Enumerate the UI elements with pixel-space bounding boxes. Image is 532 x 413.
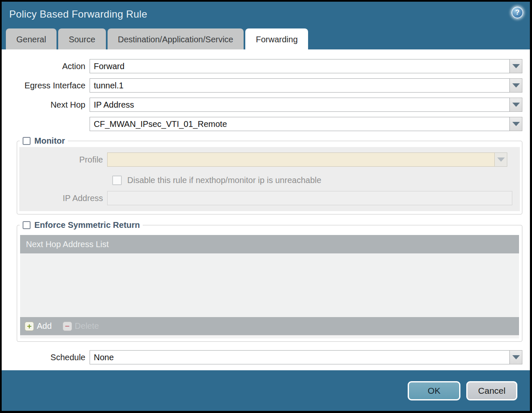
plus-icon: + [25, 322, 34, 331]
egress-interface-label: Egress Interface [2, 81, 90, 90]
delete-button-label: Delete [75, 321, 99, 331]
action-row: Action Forward [2, 59, 530, 73]
next-hop-address-list-header: Next Hop Address List [20, 235, 519, 253]
egress-interface-dropdown-button[interactable] [510, 78, 522, 93]
monitor-panel: Profile Disable this rule if nexthop/mon… [19, 147, 520, 211]
profile-label: Profile [19, 155, 107, 165]
monitor-legend-label: Monitor [34, 136, 65, 146]
monitor-disable-rule-row: Disable this rule if nexthop/monitor ip … [112, 172, 520, 188]
chevron-down-icon [512, 64, 520, 68]
action-dropdown-button[interactable] [510, 59, 522, 73]
monitor-ip-address-row: IP Address [19, 191, 520, 205]
enforce-symmetric-return-checkbox[interactable] [23, 221, 31, 229]
next-hop-row: Next Hop IP Address [2, 98, 530, 112]
tab-bar: General Source Destination/Application/S… [2, 28, 530, 49]
tab-general[interactable]: General [6, 28, 57, 49]
next-hop-label: Next Hop [2, 100, 90, 110]
tab-source[interactable]: Source [58, 28, 105, 49]
minus-icon: − [63, 322, 72, 331]
delete-button: − Delete [63, 321, 99, 331]
next-hop-address-list-table: Next Hop Address List + Add − Delete [20, 235, 519, 338]
dialog-title: Policy Based Forwarding Rule [2, 2, 530, 20]
monitor-checkbox[interactable] [23, 137, 31, 145]
table-action-bar: + Add − Delete [20, 317, 519, 335]
monitor-legend: Monitor [20, 136, 68, 146]
tab-forwarding[interactable]: Forwarding [245, 28, 308, 49]
next-hop-type-select[interactable]: IP Address [90, 98, 510, 112]
table-scrollbar-track[interactable] [20, 335, 519, 338]
cancel-button[interactable]: Cancel [466, 381, 517, 400]
disable-rule-label: Disable this rule if nexthop/monitor ip … [127, 176, 321, 185]
next-hop-address-row: CF_MWAN_IPsec_VTI_01_Remote [2, 117, 530, 131]
next-hop-address-select[interactable]: CF_MWAN_IPsec_VTI_01_Remote [90, 117, 510, 131]
enforce-symmetric-return-fieldset: Enforce Symmetric Return Next Hop Addres… [17, 220, 522, 342]
help-icon[interactable]: ? [511, 7, 523, 18]
disable-rule-checkbox [112, 176, 122, 185]
egress-interface-select[interactable]: tunnel.1 [90, 78, 510, 93]
chevron-down-icon [512, 83, 520, 88]
chevron-down-icon [512, 122, 520, 126]
monitor-ip-address-input [107, 191, 512, 205]
chevron-down-icon [512, 103, 520, 107]
chevron-down-icon [497, 157, 505, 162]
tab-destination-application-service[interactable]: Destination/Application/Service [108, 28, 244, 49]
schedule-dropdown-button[interactable] [510, 350, 522, 364]
tab-panel-forwarding: Action Forward Egress Interface tunnel.1… [2, 49, 530, 370]
dialog-footer: OK Cancel [2, 370, 530, 411]
schedule-select[interactable]: None [90, 350, 510, 364]
schedule-label: Schedule [2, 353, 90, 362]
schedule-row: Schedule None [2, 350, 530, 364]
profile-select [107, 152, 495, 167]
monitor-ip-address-label: IP Address [19, 194, 107, 203]
next-hop-dropdown-button[interactable] [510, 98, 522, 112]
monitor-fieldset: Monitor Profile Disable this rule if nex… [17, 136, 522, 214]
chevron-down-icon [512, 355, 520, 359]
pbf-rule-dialog: Policy Based Forwarding Rule ? General S… [2, 2, 530, 411]
action-label: Action [2, 62, 90, 71]
egress-interface-row: Egress Interface tunnel.1 [2, 78, 530, 93]
add-button[interactable]: + Add [25, 321, 52, 331]
add-button-label: Add [37, 321, 52, 331]
dialog-titlebar: Policy Based Forwarding Rule ? [2, 2, 530, 28]
enforce-symmetric-return-legend-label: Enforce Symmetric Return [34, 220, 140, 230]
enforce-symmetric-return-legend: Enforce Symmetric Return [20, 220, 143, 230]
monitor-profile-row: Profile [19, 152, 520, 167]
next-hop-address-list-body[interactable] [20, 253, 519, 317]
profile-dropdown-button [495, 152, 507, 167]
action-select[interactable]: Forward [90, 59, 510, 73]
ok-button[interactable]: OK [408, 381, 460, 400]
next-hop-address-dropdown-button[interactable] [510, 117, 522, 131]
